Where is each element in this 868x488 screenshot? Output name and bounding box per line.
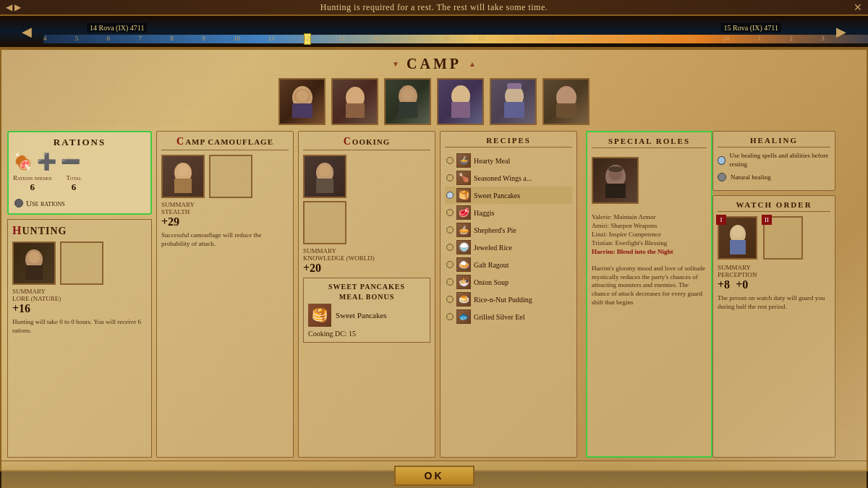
nav-arrows: ◀ ▶	[6, 2, 21, 13]
recipe-name-7: Galt Ragout	[474, 261, 509, 269]
recipe-name-3: Sweet Pancakes	[474, 192, 520, 200]
healing-option-natural[interactable]: Natural healing	[718, 173, 830, 181]
svg-rect-31	[605, 184, 626, 198]
watch-slot-1-number: I	[716, 215, 726, 225]
healing-option-natural-text: Natural healing	[731, 174, 771, 182]
hunting-portrait-image	[14, 244, 54, 283]
portrait-1[interactable]	[278, 78, 326, 125]
special-roles-list: Valerie: Maintain Armor Amiri: Sharpen W…	[592, 213, 707, 256]
recipe-radio-3	[446, 192, 454, 199]
timeline-bar: ◀ 14 Rova (IX) 4711 15 Rova (IX) 4711 4 …	[0, 16, 868, 48]
portrait-5[interactable]	[490, 78, 537, 125]
recipe-galt-ragout[interactable]: 🍛 Galt Ragout	[445, 256, 572, 273]
portrait-6[interactable]	[542, 78, 590, 125]
camouflage-portrait-image	[163, 157, 203, 197]
healing-panel: HEALING Use healing spells and abilities…	[712, 131, 835, 191]
recipe-radio-10	[446, 313, 454, 320]
svg-point-34	[732, 226, 744, 237]
ration-add-icon[interactable]: ➕	[37, 153, 56, 171]
watch-skill-label: Perception	[718, 271, 830, 278]
camp-camouflage-column: CAMP CAMOUFLAGE Summary Stealth +29 Succ…	[156, 131, 294, 458]
portrait-4[interactable]	[437, 78, 484, 125]
portraits-row	[146, 75, 722, 128]
recipe-haggis[interactable]: 🥩 Haggis	[445, 204, 572, 221]
recipe-icon-5: 🥧	[456, 223, 471, 237]
camouflage-portrait-empty[interactable]	[209, 155, 252, 198]
recipe-shepherds-pie[interactable]: 🥧 Shepherd's Pie	[445, 221, 572, 239]
ration-remove-icon[interactable]: ➖	[61, 153, 80, 171]
svg-rect-9	[399, 102, 417, 118]
recipes-panel: RECIPES 🍲 Hearty Meal 🍗 Seasoned Wings a…	[440, 131, 577, 458]
camp-title-area: ▼ CAMP ▲	[1, 50, 867, 75]
special-roles-portrait-image	[594, 159, 637, 202]
recipe-sweet-pancakes[interactable]: 🥞 Sweet Pancakes	[445, 187, 572, 204]
svg-rect-12	[451, 102, 470, 118]
recipe-rice-nut-pudding[interactable]: 🍮 Rice-n-Nut Pudding	[445, 291, 572, 308]
cooking-portrait-empty[interactable]	[303, 201, 346, 244]
watch-slot-2-number: II	[762, 215, 772, 225]
recipe-icon-9: 🍮	[456, 292, 471, 307]
cooking-column: COOKING Summary Knowledge (World) +20 SW…	[298, 131, 435, 458]
camouflage-description: Successful camouflage will reduce the pr…	[161, 231, 289, 248]
use-rations-radio	[14, 199, 23, 207]
svg-rect-19	[556, 103, 576, 118]
camouflage-portrait-main[interactable]	[161, 155, 205, 198]
recipe-grilled-silver-eel[interactable]: 🐟 Grilled Silver Eel	[445, 308, 572, 325]
recipe-icon-10: 🐟	[456, 309, 471, 324]
special-roles-portrait[interactable]	[592, 157, 639, 204]
timeline-left-arrow[interactable]: ◀	[22, 24, 32, 40]
watch-bonuses: +8 +0	[718, 278, 830, 291]
svg-rect-28	[316, 179, 333, 193]
camp-camouflage-panel: CAMP CAMOUFLAGE Summary Stealth +29 Succ…	[156, 131, 294, 458]
special-role-tristian[interactable]: Tristian: Everlight's Blessing	[592, 239, 707, 247]
recipe-radio-7	[446, 261, 454, 268]
timeline-right-arrow[interactable]: ▶	[836, 24, 846, 40]
recipe-radio-1	[446, 157, 454, 164]
recipe-name-8: Onion Soup	[474, 278, 509, 286]
ok-button[interactable]: OK	[394, 466, 475, 486]
svg-point-24	[177, 165, 189, 176]
recipe-radio-6	[446, 244, 454, 251]
hunting-portrait-empty[interactable]	[60, 241, 103, 285]
close-button[interactable]: ✕	[854, 1, 862, 14]
portrait-2[interactable]	[331, 78, 378, 125]
recipe-name-9: Rice-n-Nut Pudding	[474, 296, 532, 304]
hunting-description: Hunting will take 0 to 0 hours. You will…	[12, 318, 147, 335]
meal-name: Sweet Pancakes	[336, 311, 387, 320]
cooking-portrait-image	[305, 157, 345, 197]
notification-text: Hunting is required for a rest. The rest…	[320, 2, 548, 13]
svg-point-5	[349, 89, 362, 102]
use-rations-button[interactable]: Use rations	[13, 197, 146, 209]
recipe-jeweled-rice[interactable]: 🍚 Jeweled Rice	[445, 239, 572, 256]
title-decorator-left: ▼	[392, 60, 399, 68]
selected-meal-title: SWEET PANCAKES	[308, 283, 425, 291]
main-area: ▼ CAMP ▲	[0, 48, 868, 471]
cooking-portrait[interactable]	[303, 155, 346, 198]
timeline-ticks: 4 5 6 7 8 9 10 11 12 13 14 15 16 17 18 1…	[43, 35, 825, 42]
recipe-onion-soup[interactable]: 🍜 Onion Soup	[445, 273, 572, 291]
hunting-portrait-main[interactable]	[12, 241, 56, 285]
healing-option-spells[interactable]: Use healing spells and abilities before …	[718, 152, 830, 168]
special-role-valerie[interactable]: Valerie: Maintain Armor	[592, 213, 707, 221]
hunting-bonus: +16	[12, 302, 147, 315]
special-role-harrim[interactable]: Harrim: Blend into the Night	[592, 247, 707, 256]
rations-needed-stat: Rations needed 6	[13, 174, 52, 193]
hunting-title: HUNTING	[12, 224, 147, 237]
recipe-icon-3: 🥞	[456, 188, 471, 202]
portrait-3[interactable]	[384, 78, 431, 125]
hunting-portraits	[12, 241, 147, 288]
recipe-seasoned-wings[interactable]: 🍗 Seasoned Wings a...	[445, 169, 572, 187]
timeline-right-label: 15 Rova (IX) 4711	[721, 23, 781, 33]
special-role-amiri[interactable]: Amiri: Sharpen Weapons	[592, 221, 707, 230]
special-role-linzi[interactable]: Linzi: Inspire Competence	[592, 230, 707, 239]
svg-point-32	[608, 166, 623, 172]
svg-rect-2	[292, 103, 312, 118]
svg-point-8	[401, 88, 414, 101]
cooking-summary-label: Summary	[303, 247, 430, 254]
recipe-name-2: Seasoned Wings a...	[474, 174, 532, 182]
recipe-radio-5	[446, 226, 454, 234]
cooking-title: COOKING	[303, 136, 430, 150]
recipe-hearty-meal[interactable]: 🍲 Hearty Meal	[445, 152, 572, 169]
recipe-radio-4	[446, 209, 454, 216]
watch-bonus-1: +8	[718, 278, 730, 291]
